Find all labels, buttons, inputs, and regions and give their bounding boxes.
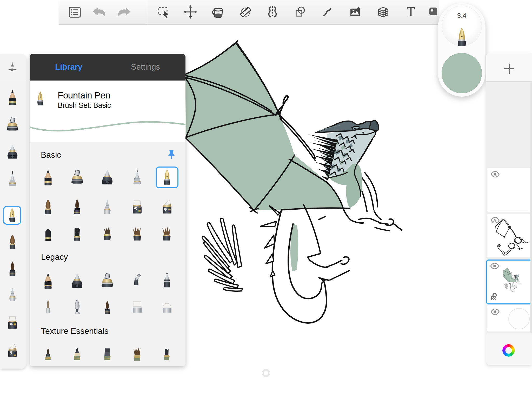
- svg-text:T: T: [407, 4, 415, 19]
